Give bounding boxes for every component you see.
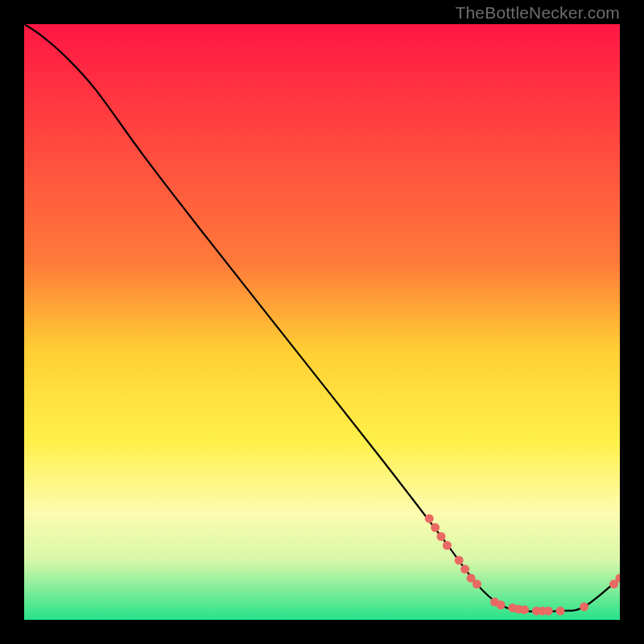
data-marker: [455, 556, 464, 565]
data-marker: [497, 601, 506, 609]
data-marker: [580, 602, 588, 611]
watermark-label: TheBottleNecker.com: [455, 3, 620, 23]
data-marker: [473, 580, 481, 588]
data-marker: [425, 514, 434, 523]
chart-plot-area: [24, 24, 620, 620]
chart-svg: [24, 24, 620, 620]
data-marker: [544, 606, 553, 615]
chart-frame: TheBottleNecker.com: [0, 0, 644, 644]
data-marker: [460, 565, 469, 574]
data-marker: [520, 605, 529, 614]
data-marker: [437, 532, 446, 541]
data-marker: [556, 606, 565, 615]
data-marker: [443, 541, 452, 550]
data-marker: [431, 523, 440, 532]
